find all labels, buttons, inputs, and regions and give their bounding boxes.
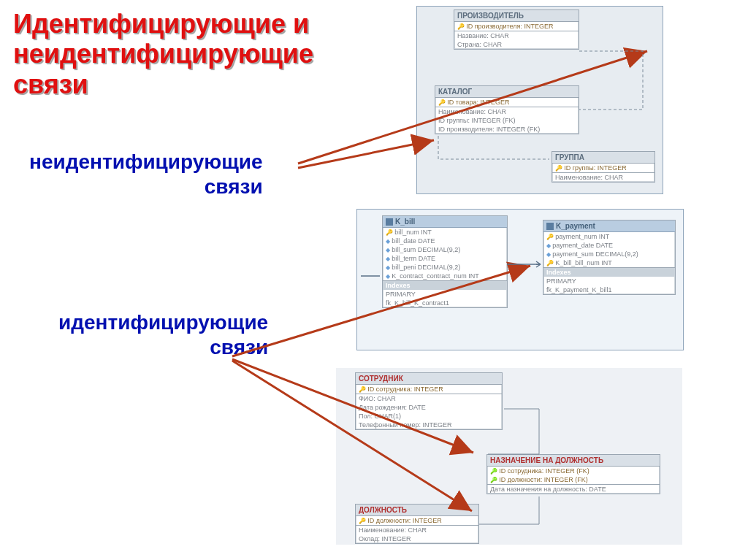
field-pk: ID товара: INTEGER <box>435 98 579 107</box>
field: bill_peni DECIMAL(9,2) <box>383 263 507 272</box>
entity-title: СОТРУДНИК <box>356 373 502 385</box>
field: K_contract_contract_num INT <box>383 272 507 280</box>
entity-k-payment: K_payment payment_num INT payment_date D… <box>543 220 676 295</box>
entity-title: КАТАЛОГ <box>435 86 579 98</box>
field: Пол: CHAR(1) <box>356 412 502 421</box>
svg-line-1 <box>298 140 434 168</box>
entity-title-text: K_payment <box>556 222 595 230</box>
entity-assignment: НАЗНАЧЕНИЕ НА ДОЛЖНОСТЬ ID сотрудника: I… <box>486 454 660 494</box>
entity-title: K_payment <box>543 220 675 232</box>
entity-producer: ПРОИЗВОДИТЕЛЬ ID производителя: INTEGER … <box>454 9 579 50</box>
field: payment_sum DECIMAL(9,2) <box>543 250 675 258</box>
page-title: Идентифицирующие и неидентифицирующие св… <box>13 9 313 99</box>
entity-employee: СОТРУДНИК ID сотрудника: INTEGER ФИО: CH… <box>355 372 503 430</box>
field-fk: ID производителя: INTEGER (FK) <box>435 125 579 134</box>
erd-panel-bottom: СОТРУДНИК ID сотрудника: INTEGER ФИО: CH… <box>336 368 682 545</box>
entity-position: ДОЛЖНОСТЬ ID должности: INTEGER Наименов… <box>355 504 479 544</box>
indexes-header: Indexes <box>383 280 507 290</box>
field: Дата назначения на должность: DATE <box>487 485 660 494</box>
field-pk: ID производителя: INTEGER <box>454 22 579 31</box>
index-row: PRIMARY <box>543 277 675 285</box>
field-pk: ID сотрудника: INTEGER <box>356 385 502 394</box>
field: Наименование: CHAR <box>552 173 654 182</box>
entity-title-text: K_bill <box>395 218 415 226</box>
field: payment_date DATE <box>543 241 675 250</box>
field: bill_sum DECIMAL(9,2) <box>383 245 507 254</box>
erd-panel-middle: K_bill bill_num INT bill_date DATE bill_… <box>356 209 684 350</box>
entity-title: ГРУППА <box>552 152 654 164</box>
field-pk: ID группы: INTEGER <box>552 164 654 172</box>
field: bill_num INT <box>383 228 507 237</box>
subtitle-identifying: идентифицирующие связи <box>58 310 268 359</box>
field: Дата рождения: DATE <box>356 403 502 412</box>
field: Наименование: CHAR <box>435 107 579 116</box>
entity-k-bill: K_bill bill_num INT bill_date DATE bill_… <box>382 215 508 308</box>
indexes-header: Indexes <box>543 267 675 277</box>
field: Оклад: INTEGER <box>356 534 478 543</box>
field-fk: ID группы: INTEGER (FK) <box>435 116 579 125</box>
field-pk-fk: ID должности: INTEGER (FK) <box>487 475 660 484</box>
field: bill_term DATE <box>383 254 507 263</box>
index-row: PRIMARY <box>383 290 507 299</box>
field: payment_num INT <box>543 232 675 241</box>
erd-panel-top: ПРОИЗВОДИТЕЛЬ ID производителя: INTEGER … <box>416 6 663 194</box>
entity-catalog: КАТАЛОГ ID товара: INTEGER Наименование:… <box>435 85 579 134</box>
index-row: fk_K_bill_K_contract1 <box>383 299 507 307</box>
field: Наименование: CHAR <box>356 526 478 534</box>
index-row: fk_K_payment_K_bill1 <box>543 285 675 294</box>
field: ФИО: CHAR <box>356 394 502 403</box>
entity-title: ДОЛЖНОСТЬ <box>356 505 478 516</box>
table-icon <box>546 223 554 230</box>
field: Телефонный номер: INTEGER <box>356 421 502 429</box>
entity-group: ГРУППА ID группы: INTEGER Наименование: … <box>552 151 655 183</box>
entity-title: K_bill <box>383 216 507 228</box>
table-icon <box>386 218 393 226</box>
entity-title: ПРОИЗВОДИТЕЛЬ <box>454 10 579 22</box>
field: bill_date DATE <box>383 237 507 245</box>
field-pk: ID должности: INTEGER <box>356 516 478 525</box>
field: Название: CHAR <box>454 31 579 40</box>
field-pk-fk: ID сотрудника: INTEGER (FK) <box>487 467 660 475</box>
field: Страна: CHAR <box>454 40 579 49</box>
subtitle-nonidentifying: неидентифицирующие связи <box>29 150 263 199</box>
field-fk: K_bill_bill_num INT <box>543 258 675 267</box>
entity-title: НАЗНАЧЕНИЕ НА ДОЛЖНОСТЬ <box>487 455 660 467</box>
